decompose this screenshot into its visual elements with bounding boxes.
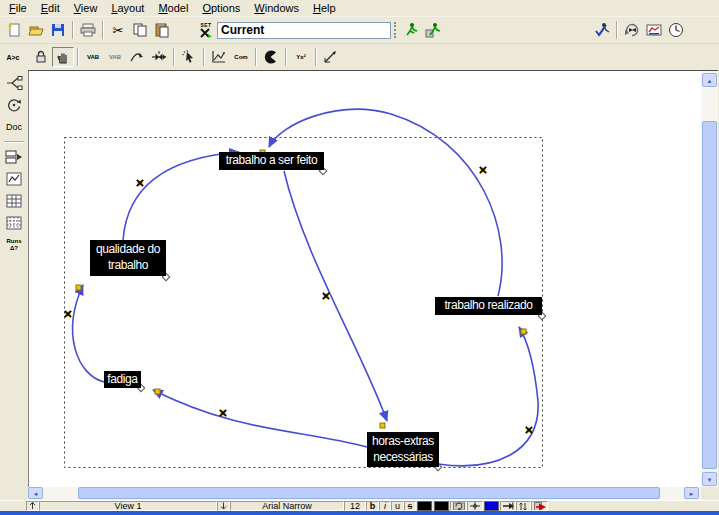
loops-icon[interactable] — [1, 95, 27, 115]
vertical-scroll-thumb[interactable] — [702, 121, 717, 469]
font-size-selector[interactable]: 12 — [344, 501, 366, 511]
sidebar-divider — [4, 141, 24, 143]
shadow-variable-tool-icon[interactable]: VAB — [104, 47, 126, 67]
lock-tool-icon[interactable] — [30, 47, 52, 67]
document-icon[interactable]: Doc — [1, 117, 27, 137]
status-bar: View 1 Arial Narrow 12 b i u s — [0, 500, 719, 511]
input-output-tool-icon[interactable] — [320, 47, 342, 67]
rate-tool-icon[interactable] — [148, 47, 170, 67]
print-icon[interactable] — [77, 20, 99, 40]
toolbar-separator — [616, 21, 618, 39]
link-horas-extras-to-fadiga[interactable] — [153, 390, 367, 447]
runs-glyph: Δ? — [7, 245, 22, 252]
fill-color-swatch[interactable] — [484, 501, 499, 511]
menu-layout[interactable]: Layout — [104, 1, 151, 16]
vensim-window: File Edit View Layout Model Options Wind… — [0, 0, 719, 515]
sketch-toolbar: A>c VAB VAB Com Yx² — [0, 44, 719, 70]
variable-horas-extras-necessarias[interactable]: horas-extras necessárias — [367, 432, 439, 467]
menu-windows[interactable]: Windows — [247, 1, 306, 16]
toolbar-separator — [315, 48, 317, 66]
underline-button[interactable]: u — [391, 501, 404, 511]
link-trabalho-a-ser-feito-to-horas-extras[interactable] — [284, 171, 387, 421]
toolbar-separator — [285, 48, 287, 66]
new-file-icon[interactable] — [3, 20, 25, 40]
delete-tool-icon[interactable] — [260, 47, 282, 67]
set-dataset-icon[interactable]: SET — [195, 20, 217, 40]
runs-label: Runs — [7, 238, 22, 245]
equation-tool-icon[interactable]: Yx² — [290, 47, 312, 67]
taskbar-edge — [0, 511, 719, 515]
open-file-icon[interactable] — [25, 20, 47, 40]
menu-file[interactable]: File — [2, 1, 34, 16]
simulation-setup-icon[interactable] — [422, 20, 444, 40]
toolbar-separator — [102, 21, 104, 39]
text-color-swatch[interactable] — [417, 501, 432, 511]
toolbar-separator — [203, 48, 205, 66]
toolbar-separator — [77, 48, 79, 66]
menu-view[interactable]: View — [67, 1, 105, 16]
hand-tool-icon[interactable] — [52, 47, 74, 67]
copy-icon[interactable] — [129, 20, 151, 40]
menu-bar: File Edit View Layout Model Options Wind… — [0, 0, 719, 17]
horizontal-scroll-thumb[interactable] — [78, 487, 660, 499]
prev-view-button[interactable] — [26, 501, 39, 511]
toolbar-separator — [72, 21, 74, 39]
causes-strip-icon[interactable] — [1, 147, 27, 167]
check-model-icon[interactable] — [591, 20, 613, 40]
position-icon[interactable] — [467, 501, 483, 511]
apply-format-icon[interactable] — [531, 501, 548, 511]
cut-icon[interactable]: ✂ — [107, 20, 129, 40]
graph-output-icon[interactable] — [1, 169, 27, 189]
strike-button[interactable]: s — [404, 501, 416, 511]
toolbar-separator — [255, 48, 257, 66]
scroll-down-button[interactable]: ▾ — [702, 472, 717, 486]
table-time-icon[interactable] — [1, 213, 27, 233]
scroll-left-button[interactable]: ◂ — [28, 487, 43, 499]
next-view-button[interactable] — [217, 501, 230, 511]
run-simulation-icon[interactable] — [400, 20, 422, 40]
scroll-right-button[interactable]: ▸ — [684, 487, 699, 499]
italic-button[interactable]: i — [379, 501, 391, 511]
variable-qualidade-do-trabalho[interactable]: qualidade do trabalho — [90, 240, 166, 276]
save-file-icon[interactable] — [47, 20, 69, 40]
view-name-selector[interactable]: View 1 — [39, 501, 217, 511]
runs-compare-icon[interactable]: Runs Δ? — [1, 235, 27, 255]
model-settings-icon[interactable] — [621, 20, 643, 40]
horizontal-scrollbar[interactable]: ◂ ▸ — [28, 487, 701, 500]
dataset-name-field[interactable] — [217, 22, 391, 39]
bold-button[interactable]: b — [366, 501, 379, 511]
variable-tool-icon[interactable]: VAB — [82, 47, 104, 67]
variable-trabalho-realizado[interactable]: trabalho realizado — [435, 297, 542, 315]
causal-loop-diagram — [29, 71, 702, 488]
comment-tool-icon[interactable]: Com — [230, 47, 252, 67]
main-toolbar: ✂ SET — [0, 17, 719, 44]
sketch-canvas[interactable]: trabalho a ser feito qualidade do trabal… — [28, 70, 701, 487]
box-color-swatch[interactable] — [434, 501, 449, 511]
graph-tool-icon[interactable] — [208, 47, 230, 67]
menu-edit[interactable]: Edit — [34, 1, 67, 16]
variable-trabalho-a-ser-feito[interactable]: trabalho a ser feito — [219, 152, 324, 170]
link-fadiga-to-qualidade[interactable] — [73, 285, 104, 382]
word-size-tool-icon[interactable]: A>c — [2, 47, 24, 67]
updown-icon[interactable] — [516, 501, 531, 511]
menu-model[interactable]: Model — [151, 1, 195, 16]
table-output-icon[interactable] — [1, 191, 27, 211]
scroll-up-button[interactable]: ▴ — [702, 73, 717, 87]
time-axis-icon[interactable] — [665, 20, 687, 40]
vertical-scrollbar[interactable]: ▴ ▾ — [701, 70, 718, 487]
toolbar-grip — [394, 22, 397, 38]
wand-tool-icon[interactable] — [178, 47, 200, 67]
arrow-tool-icon[interactable] — [126, 47, 148, 67]
causes-tree-icon[interactable] — [1, 73, 27, 93]
menu-help[interactable]: Help — [306, 1, 343, 16]
arrow-style-icon[interactable] — [500, 501, 516, 511]
paste-icon[interactable] — [151, 20, 173, 40]
font-name-selector[interactable]: Arial Narrow — [230, 501, 344, 511]
menu-options[interactable]: Options — [195, 1, 247, 16]
analysis-sidebar: Doc Runs Δ? — [0, 70, 28, 487]
shape-picker-icon[interactable] — [450, 501, 467, 511]
control-panel-icon[interactable] — [643, 20, 665, 40]
link-horas-extras-to-trabalho-realizado[interactable] — [438, 327, 538, 466]
variable-fadiga[interactable]: fadiga — [104, 371, 141, 388]
toolbar-separator — [173, 48, 175, 66]
